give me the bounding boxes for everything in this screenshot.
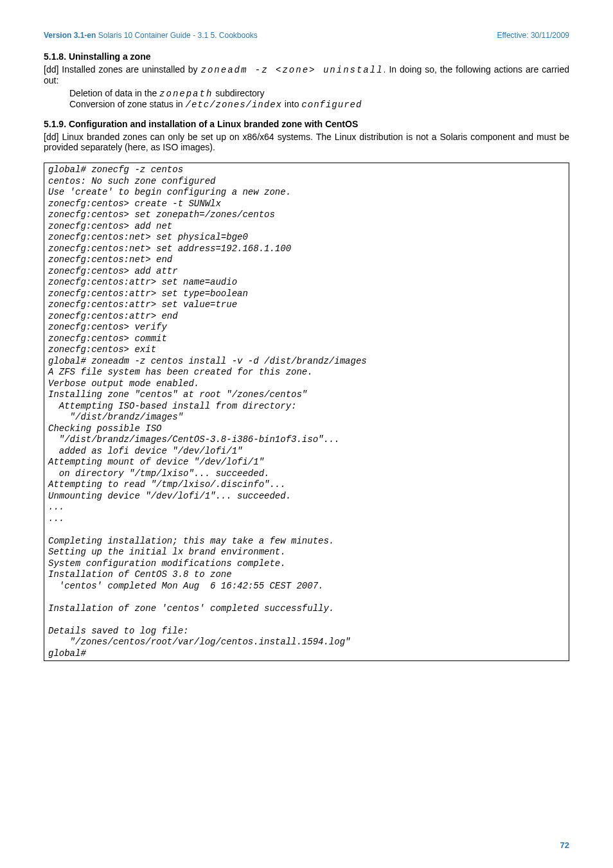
intro-prefix: [dd] Installed zones are uninstalled by (44, 64, 201, 75)
code-block: global# zonecfg -z centos centos: No suc… (44, 163, 569, 661)
page-number: 72 (560, 840, 569, 850)
header-version: Version 3.1-en (44, 31, 96, 40)
bullet2-prefix: Conversion of zone status in (69, 99, 186, 109)
bullet2-mid: into (282, 99, 301, 109)
bullet1-code: zonepath (159, 89, 213, 99)
bullet2-code1: /etc/zones/index (186, 100, 282, 110)
bullet-1: Deletion of data in the zonepath subdire… (69, 88, 569, 99)
intro-code: zoneadm -z <zone> uninstall (201, 65, 384, 75)
header-left: Version 3.1-en Solaris 10 Container Guid… (44, 31, 258, 40)
document-page: Version 3.1-en Solaris 10 Container Guid… (0, 0, 613, 868)
bullet1-suffix: subdirectory (213, 88, 264, 98)
bullet2-code2: configured (301, 100, 362, 110)
section-518-heading: 5.1.8. Uninstalling a zone (44, 51, 569, 62)
header-title-suffix: Solaris 10 Container Guide - 3.1 5. Cook… (96, 31, 257, 40)
section-518-bullets: Deletion of data in the zonepath subdire… (44, 88, 569, 110)
header-effective-date: Effective: 30/11/2009 (497, 31, 569, 40)
section-519-intro: [dd] Linux branded zones can only be set… (44, 132, 569, 152)
section-518-intro: [dd] Installed zones are uninstalled by … (44, 64, 569, 85)
section-519-heading: 5.1.9. Configuration and installation of… (44, 119, 569, 129)
bullet-2: Conversion of zone status in /etc/zones/… (69, 99, 569, 110)
page-header: Version 3.1-en Solaris 10 Container Guid… (44, 31, 569, 40)
bullet1-prefix: Deletion of data in the (69, 88, 159, 98)
